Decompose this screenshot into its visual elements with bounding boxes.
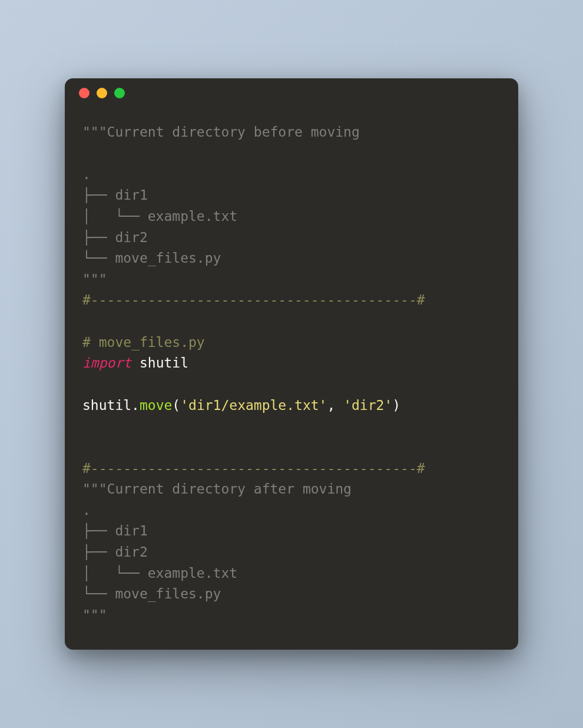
call-method: move	[140, 398, 172, 413]
tree-line: ├── dir1	[82, 523, 148, 538]
minimize-icon[interactable]	[97, 88, 107, 98]
window-titlebar	[65, 78, 518, 108]
tree-line: │ └── example.txt	[82, 565, 237, 581]
tree-line: ├── dir2	[82, 230, 148, 245]
call-dot: .	[131, 398, 140, 413]
tree-line: ├── dir1	[82, 187, 148, 203]
docstring-close: """	[82, 607, 107, 623]
docstring-title: Current directory before moving	[107, 124, 360, 140]
string-arg: 'dir1/example.txt'	[180, 398, 327, 413]
tree-line: .	[82, 502, 91, 518]
tree-line: └── move_files.py	[82, 586, 221, 601]
docstring-open: """	[82, 481, 107, 497]
maximize-icon[interactable]	[114, 88, 125, 98]
code-content: """Current directory before moving . ├──…	[65, 108, 518, 649]
separator-comment: #---------------------------------------…	[82, 461, 425, 476]
docstring-open: """	[82, 124, 107, 140]
docstring-close: """	[82, 272, 107, 287]
string-arg: 'dir2'	[343, 398, 392, 413]
call-object: shutil	[82, 398, 131, 413]
file-comment: # move_files.py	[82, 335, 205, 350]
tree-line: .	[82, 167, 91, 182]
code-editor-window: """Current directory before moving . ├──…	[65, 78, 518, 649]
tree-line: ├── dir2	[82, 544, 148, 560]
tree-line: └── move_files.py	[82, 250, 221, 266]
paren-open: (	[172, 398, 180, 413]
close-icon[interactable]	[79, 88, 90, 98]
tree-line: │ └── example.txt	[82, 209, 237, 224]
paren-close: )	[392, 398, 400, 413]
import-module: shutil	[131, 355, 188, 370]
import-keyword: import	[82, 355, 131, 370]
comma: ,	[327, 398, 343, 413]
separator-comment: #---------------------------------------…	[82, 292, 425, 307]
docstring-title: Current directory after moving	[107, 481, 352, 497]
